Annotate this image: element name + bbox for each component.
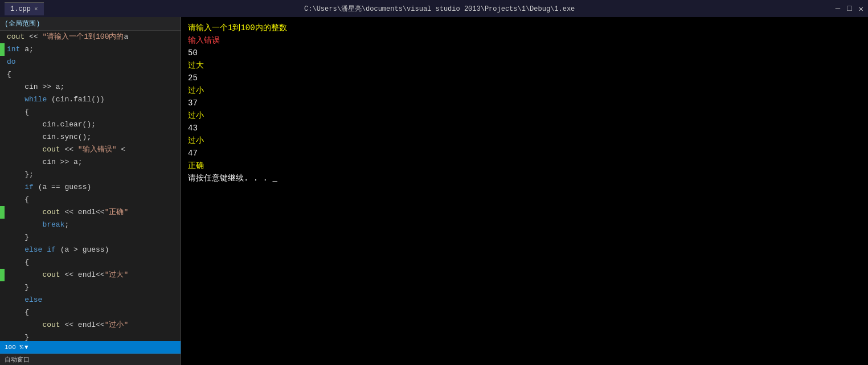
status-bar: 100 % ▼ bbox=[0, 341, 181, 354]
line-code: { bbox=[5, 306, 181, 319]
close-button[interactable]: ✕ bbox=[859, 4, 863, 14]
line-indicator bbox=[0, 294, 5, 306]
line-code: { bbox=[5, 106, 181, 118]
line-code: { bbox=[5, 68, 181, 81]
line-code: cout << "输入错误" < bbox=[5, 143, 181, 156]
scope-bar: (全局范围) bbox=[0, 17, 181, 31]
line-indicator bbox=[0, 169, 5, 181]
line-indicator bbox=[0, 244, 5, 256]
code-line: int a; bbox=[0, 43, 181, 56]
code-line: cin >> a; bbox=[0, 81, 181, 93]
line-indicator bbox=[0, 194, 5, 206]
code-line: cin >> a; bbox=[0, 156, 181, 169]
code-line: do bbox=[0, 56, 181, 68]
line-indicator bbox=[0, 181, 5, 194]
line-code: { bbox=[5, 194, 181, 206]
line-code: break; bbox=[5, 219, 181, 231]
code-line: else if (a > guess) bbox=[0, 244, 181, 256]
tab-close-button[interactable]: × bbox=[34, 6, 38, 13]
code-line: cin.clear(); bbox=[0, 118, 181, 131]
code-line: { bbox=[0, 256, 181, 269]
line-code: cout << endl<<"正确" bbox=[5, 206, 181, 219]
code-line: { bbox=[0, 68, 181, 81]
console-line: 输入错误 bbox=[188, 34, 861, 47]
window-title: C:\Users\潘星亮\documents\visual studio 201… bbox=[44, 4, 836, 14]
line-indicator bbox=[0, 106, 5, 118]
zoom-control[interactable]: 100 % ▼ bbox=[5, 344, 28, 351]
code-line: break; bbox=[0, 219, 181, 231]
code-content[interactable]: cout << "请输入一个1到100内的a int a; do { bbox=[0, 31, 181, 341]
code-line: cout << "请输入一个1到100内的a bbox=[0, 31, 181, 43]
bottom-label: 自动窗口 bbox=[0, 354, 181, 365]
line-code: } bbox=[5, 281, 181, 294]
line-indicator bbox=[0, 56, 5, 68]
code-line: { bbox=[0, 306, 181, 319]
line-code: do bbox=[5, 56, 181, 68]
code-editor: (全局范围) cout << "请输入一个1到100内的a int a; do bbox=[0, 17, 181, 365]
line-indicator bbox=[0, 331, 5, 341]
line-indicator bbox=[0, 131, 5, 143]
restore-button[interactable]: □ bbox=[847, 4, 851, 14]
code-line: if (a == guess) bbox=[0, 181, 181, 194]
code-line: cout << endl<<"过大" bbox=[0, 269, 181, 281]
code-line: cout << endl<<"正确" bbox=[0, 206, 181, 219]
console-line: 25 bbox=[188, 72, 861, 84]
window-label: 自动窗口 bbox=[5, 355, 30, 364]
scope-label: (全局范围) bbox=[5, 19, 40, 28]
line-indicator bbox=[0, 281, 5, 294]
line-code: } bbox=[5, 331, 181, 341]
zoom-arrow[interactable]: ▼ bbox=[24, 344, 28, 351]
tab-area: 1.cpp × bbox=[5, 2, 44, 15]
code-lines: cout << "请输入一个1到100内的a int a; do { bbox=[0, 31, 181, 341]
zoom-value: 100 % bbox=[5, 344, 23, 351]
console-line: 正确 bbox=[188, 159, 861, 172]
line-code: } bbox=[5, 231, 181, 244]
code-line: { bbox=[0, 194, 181, 206]
line-code: { bbox=[5, 256, 181, 269]
line-indicator bbox=[0, 31, 5, 43]
line-indicator bbox=[0, 219, 5, 231]
line-indicator bbox=[0, 93, 5, 106]
console-line: 请输入一个1到100内的整数 bbox=[188, 22, 861, 34]
code-line: } bbox=[0, 231, 181, 244]
code-line: cout << "输入错误" < bbox=[0, 143, 181, 156]
line-code: int a; bbox=[5, 43, 181, 56]
line-indicator bbox=[0, 118, 5, 131]
line-indicator bbox=[0, 256, 5, 269]
console-line: 47 bbox=[188, 147, 861, 159]
line-code: else bbox=[5, 294, 181, 306]
line-indicator bbox=[0, 81, 5, 93]
console-line: 37 bbox=[188, 97, 861, 109]
code-line: } bbox=[0, 281, 181, 294]
console-panel: 请输入一个1到100内的整数 输入错误 50 过大 25 过小 37 过小 43… bbox=[181, 17, 868, 365]
code-line: while (cin.fail()) bbox=[0, 93, 181, 106]
line-code: else if (a > guess) bbox=[5, 244, 181, 256]
console-line: 43 bbox=[188, 122, 861, 134]
line-code: cout << "请输入一个1到100内的a bbox=[5, 31, 181, 43]
code-line: cout << endl<<"过小" bbox=[0, 319, 181, 331]
line-code: cin.clear(); bbox=[5, 118, 181, 131]
minimize-button[interactable]: — bbox=[836, 4, 840, 14]
line-code: cout << endl<<"过小" bbox=[5, 319, 181, 331]
tab-label: 1.cpp bbox=[10, 5, 31, 13]
console-line: 50 bbox=[188, 47, 861, 59]
line-code: while (cin.fail()) bbox=[5, 93, 181, 106]
line-code: cin >> a; bbox=[5, 81, 181, 93]
code-line: }; bbox=[0, 169, 181, 181]
line-indicator bbox=[0, 206, 5, 219]
console-line: 过小 bbox=[188, 134, 861, 147]
line-indicator bbox=[0, 231, 5, 244]
title-bar: 1.cpp × C:\Users\潘星亮\documents\visual st… bbox=[0, 0, 868, 17]
line-indicator bbox=[0, 68, 5, 81]
line-indicator bbox=[0, 269, 5, 281]
line-code: }; bbox=[5, 169, 181, 181]
line-indicator bbox=[0, 319, 5, 331]
window-controls: — □ ✕ bbox=[836, 4, 863, 14]
file-tab[interactable]: 1.cpp × bbox=[5, 2, 44, 15]
code-line: { bbox=[0, 106, 181, 118]
line-code: cin >> a; bbox=[5, 156, 181, 169]
line-indicator bbox=[0, 43, 5, 56]
console-line: 请按任意键继续. . . _ bbox=[188, 172, 861, 184]
line-code: cout << endl<<"过大" bbox=[5, 269, 181, 281]
console-line: 过小 bbox=[188, 109, 861, 122]
